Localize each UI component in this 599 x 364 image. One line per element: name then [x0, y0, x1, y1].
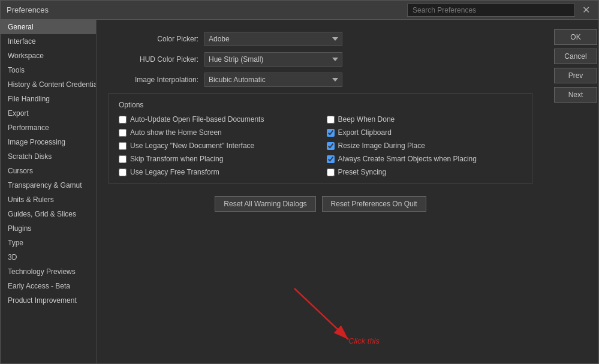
image-interpolation-row: Image Interpolation: Bicubic Automatic N…: [109, 73, 532, 87]
annotation-arrow: [246, 285, 426, 351]
checkbox-preset-syncing: Preset Syncing: [327, 168, 523, 176]
beep-when-done-label: Beep When Done: [338, 115, 395, 124]
checkbox-beep: Beep When Done: [327, 115, 523, 124]
checkbox-legacy-free-transform: Use Legacy Free Transform: [119, 168, 315, 176]
titlebar-right: ✕: [407, 4, 592, 17]
skip-transform-label: Skip Transform when Placing: [130, 155, 223, 163]
sidebar-item-general[interactable]: General: [1, 20, 96, 34]
export-clipboard-label: Export Clipboard: [338, 128, 392, 137]
legacy-new-doc-checkbox[interactable]: [119, 142, 127, 150]
right-buttons: OK Cancel Prev Next: [544, 20, 598, 363]
image-interpolation-select[interactable]: Bicubic Automatic Nearest Neighbor Bilin…: [204, 73, 342, 87]
skip-transform-checkbox[interactable]: [119, 155, 127, 163]
checkbox-always-smart: Always Create Smart Objects when Placing: [327, 155, 523, 163]
sidebar-item-scratch-disks[interactable]: Scratch Disks: [1, 149, 96, 164]
legacy-new-doc-label: Use Legacy "New Document" Interface: [130, 142, 254, 150]
next-button[interactable]: Next: [554, 87, 597, 103]
cancel-button[interactable]: Cancel: [554, 49, 597, 64]
color-picker-row: Color Picker: Adobe Windows: [109, 32, 532, 46]
sidebar-item-transparency[interactable]: Transparency & Gamut: [1, 178, 96, 192]
always-smart-checkbox[interactable]: [327, 155, 335, 163]
sidebar-item-early-access[interactable]: Early Access - Beta: [1, 279, 96, 293]
sidebar-item-tools[interactable]: Tools: [1, 63, 96, 77]
checkbox-skip-transform: Skip Transform when Placing: [119, 155, 315, 163]
checkbox-export-clipboard: Export Clipboard: [327, 128, 523, 137]
sidebar-item-interface[interactable]: Interface: [1, 34, 96, 49]
hud-color-picker-select[interactable]: Hue Strip (Small) Hue Strip (Medium) Hue…: [204, 52, 342, 67]
legacy-free-transform-label: Use Legacy Free Transform: [130, 168, 219, 176]
svg-line-0: [294, 288, 348, 339]
prev-button[interactable]: Prev: [554, 68, 597, 83]
close-button[interactable]: ✕: [580, 5, 592, 15]
sidebar-item-image-processing[interactable]: Image Processing: [1, 135, 96, 149]
sidebar-item-product-improvement[interactable]: Product Improvement: [1, 293, 96, 308]
settings-panel: Color Picker: Adobe Windows HUD Color Pi…: [109, 32, 532, 291]
action-buttons-row: Reset All Warning Dialogs Reset Preferen…: [109, 196, 532, 221]
color-picker-dropdown-wrapper: Adobe Windows: [204, 32, 342, 46]
auto-home-label: Auto show the Home Screen: [130, 128, 222, 137]
reset-preferences-button[interactable]: Reset Preferences On Quit: [322, 196, 426, 212]
preferences-dialog: Preferences ✕ General Interface Workspac…: [0, 0, 599, 364]
click-this-annotation: Click this: [348, 336, 380, 345]
sidebar-item-plugins[interactable]: Plugins: [1, 221, 96, 236]
reset-warnings-button[interactable]: Reset All Warning Dialogs: [215, 196, 315, 212]
auto-update-label: Auto-Update Open File-based Documents: [130, 115, 264, 124]
sidebar-item-export[interactable]: Export: [1, 106, 96, 121]
auto-home-checkbox[interactable]: [119, 129, 127, 137]
sidebar-item-history[interactable]: History & Content Credentials: [1, 77, 96, 92]
dialog-title: Preferences: [7, 5, 49, 14]
beep-when-done-checkbox[interactable]: [327, 116, 335, 124]
preset-syncing-checkbox[interactable]: [327, 169, 335, 176]
titlebar: Preferences ✕: [1, 1, 598, 20]
annotation-area: Click this: [109, 291, 532, 363]
checkbox-legacy-new-doc: Use Legacy "New Document" Interface: [119, 142, 315, 150]
options-section: Options Auto-Update Open File-based Docu…: [109, 93, 532, 184]
image-interpolation-label: Image Interpolation:: [109, 76, 204, 84]
legacy-free-transform-checkbox[interactable]: [119, 169, 127, 176]
sidebar-item-technology[interactable]: Technology Previews: [1, 264, 96, 279]
sidebar-item-type[interactable]: Type: [1, 236, 96, 250]
always-smart-label: Always Create Smart Objects when Placing: [338, 155, 477, 163]
options-grid: Auto-Update Open File-based Documents Be…: [119, 115, 522, 176]
sidebar-item-3d[interactable]: 3D: [1, 250, 96, 264]
resize-image-checkbox[interactable]: [327, 142, 335, 150]
main-settings-area: Color Picker: Adobe Windows HUD Color Pi…: [97, 20, 544, 363]
sidebar-item-guides[interactable]: Guides, Grid & Slices: [1, 207, 96, 221]
checkbox-resize-image: Resize Image During Place: [327, 142, 523, 150]
hud-color-picker-dropdown-wrapper: Hue Strip (Small) Hue Strip (Medium) Hue…: [204, 52, 342, 67]
sidebar-item-performance[interactable]: Performance: [1, 121, 96, 135]
sidebar-item-cursors[interactable]: Cursors: [1, 164, 96, 178]
dialog-content: General Interface Workspace Tools Histor…: [1, 20, 598, 363]
search-input[interactable]: [407, 4, 575, 17]
checkbox-auto-home: Auto show the Home Screen: [119, 128, 315, 137]
sidebar-item-units[interactable]: Units & Rulers: [1, 192, 96, 207]
hud-color-picker-row: HUD Color Picker: Hue Strip (Small) Hue …: [109, 52, 532, 67]
checkbox-auto-update: Auto-Update Open File-based Documents: [119, 115, 315, 124]
image-interpolation-dropdown-wrapper: Bicubic Automatic Nearest Neighbor Bilin…: [204, 73, 342, 87]
options-label: Options: [119, 101, 522, 109]
color-picker-label: Color Picker:: [109, 35, 204, 43]
color-picker-select[interactable]: Adobe Windows: [204, 32, 342, 46]
sidebar-item-file-handling[interactable]: File Handling: [1, 92, 96, 106]
ok-button[interactable]: OK: [554, 29, 597, 45]
hud-color-picker-label: HUD Color Picker:: [109, 55, 204, 64]
preset-syncing-label: Preset Syncing: [338, 168, 387, 176]
sidebar: General Interface Workspace Tools Histor…: [1, 20, 97, 363]
export-clipboard-checkbox[interactable]: [327, 129, 335, 137]
auto-update-checkbox[interactable]: [119, 116, 127, 124]
resize-image-label: Resize Image During Place: [338, 142, 425, 150]
sidebar-item-workspace[interactable]: Workspace: [1, 49, 96, 63]
